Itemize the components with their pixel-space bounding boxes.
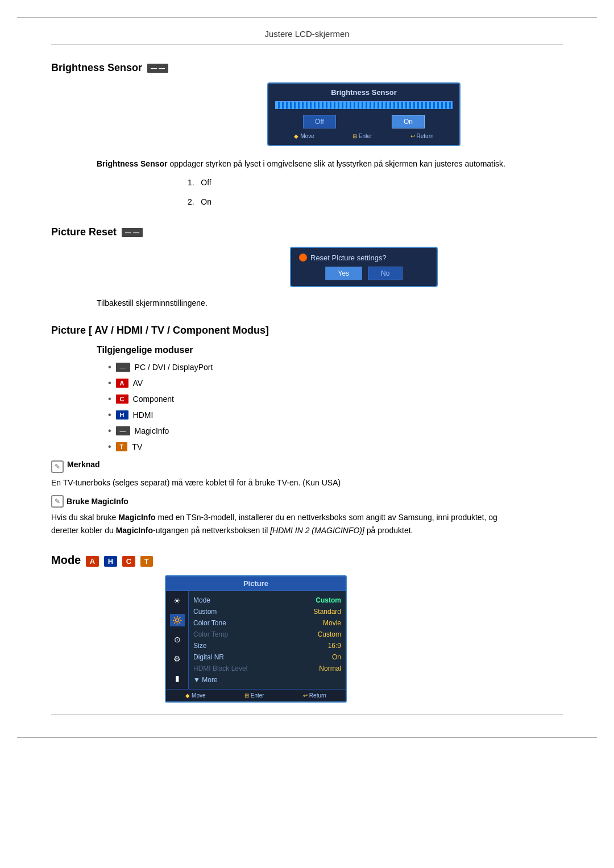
magicinfo-bold: MagicInfo <box>118 513 155 522</box>
mode-title: Mode A H C T <box>51 554 563 567</box>
badge-component: C <box>116 394 128 404</box>
badge-av: A <box>116 379 128 388</box>
osd-reset-question: Reset Picture settings? <box>310 254 387 262</box>
note-text: En TV-tunerboks (selges separat) må være… <box>51 476 506 489</box>
label-av: AV <box>133 379 143 388</box>
label-hdmi: HDMI <box>133 410 154 420</box>
osd-reset-yes[interactable]: Yes <box>325 267 363 280</box>
bullet-pc: • <box>108 362 111 372</box>
osd-row-digitalnr: Digital NR On <box>193 651 341 663</box>
picture-reset-title: Picture Reset — — <box>51 226 563 238</box>
mode-badge-h: H <box>104 556 117 567</box>
picture-reset-section: Picture Reset — — Reset Picture settings… <box>51 226 563 308</box>
osd-pic-nav-move: ◆ Move <box>185 692 205 699</box>
mode-badge-c: C <box>122 556 135 567</box>
osd-row-colortone-label: Color Tone <box>193 619 226 627</box>
pic-move-icon: ◆ <box>185 692 190 699</box>
osd-reset-container: Reset Picture settings? Yes No <box>165 247 563 287</box>
osd-row-size-label: Size <box>193 642 206 650</box>
bruke-icon: ✎ <box>51 495 64 508</box>
picture-reset-badge: — — <box>122 228 143 237</box>
label-pc: PC / DVI / DisplayPort <box>135 363 213 372</box>
av-section-title: Picture [ AV / HDMI / TV / Component Mod… <box>51 325 563 337</box>
mode-item-tv: • T TV <box>108 442 563 452</box>
osd-reset: Reset Picture settings? Yes No <box>290 247 438 287</box>
pic-enter-icon: ⊞ <box>244 692 249 699</box>
osd-icon-bar: ▮ <box>170 672 185 684</box>
osd-off-button[interactable]: Off <box>303 115 336 128</box>
bullet-av: • <box>108 378 111 388</box>
list-item-on: 2. On <box>188 195 563 209</box>
mode-badge-t: T <box>140 556 153 567</box>
badge-pc: — <box>116 363 130 372</box>
osd-row-mode: Mode Custom <box>193 595 341 606</box>
mode-item-magicinfo: • — MagicInfo <box>108 426 563 436</box>
osd-row-digitalnr-label: Digital NR <box>193 653 224 661</box>
circle-icon <box>299 254 307 261</box>
osd-on-button[interactable]: On <box>392 115 425 128</box>
move-icon: ◆ <box>294 133 298 139</box>
osd-row-more: ▼ More <box>193 674 341 686</box>
osd-progress-bar <box>275 101 453 109</box>
mode-item-pc: • — PC / DVI / DisplayPort <box>108 362 563 372</box>
osd-pic-nav-enter: ⊞ Enter <box>244 692 264 699</box>
label-tv: TV <box>132 442 142 451</box>
list-item-off: 1. Off <box>188 176 563 190</box>
bruke-title: Bruke MagicInfo <box>67 497 128 506</box>
osd-row-colortemp-label: Color Temp <box>193 630 228 638</box>
osd-reset-title-row: Reset Picture settings? <box>299 254 429 262</box>
badge-magicinfo: — <box>116 426 130 435</box>
mode-list: • — PC / DVI / DisplayPort • A AV • C Co… <box>108 362 563 452</box>
osd-picture-nav: ◆ Move ⊞ Enter ↩ Return <box>166 689 346 701</box>
mode-section: Mode A H C T Picture ☀ 🔆 ⊙ ⚙ ▮ <box>51 554 563 703</box>
label-component: Component <box>133 394 174 404</box>
osd-row-mode-value: Custom <box>316 596 341 604</box>
osd-row-hdmiblack: HDMI Black Level Normal <box>193 663 341 674</box>
osd-brightness-title: Brightness Sensor <box>275 88 453 97</box>
osd-pic-nav-return: ↩ Return <box>303 692 326 699</box>
brightness-sensor-bold: Brightness Sensor <box>97 159 167 168</box>
osd-nav-bar: ◆ Move ⊞ Enter ↩ Return <box>275 133 453 139</box>
osd-row-hdmiblack-label: HDMI Black Level <box>193 665 247 672</box>
osd-nav-move: ◆ Move <box>294 133 314 139</box>
note-icon: ✎ <box>51 460 64 473</box>
picture-reset-desc: Tilbakestill skjerminnstillingene. <box>97 298 563 308</box>
bruke-section: ✎ Bruke MagicInfo Hvis du skal bruke Mag… <box>51 495 563 537</box>
osd-icons-col: ☀ 🔆 ⊙ ⚙ ▮ <box>166 591 189 689</box>
av-section: Picture [ AV / HDMI / TV / Component Mod… <box>51 325 563 537</box>
osd-row-colortemp: Color Temp Custom <box>193 629 341 640</box>
osd-icon-brightness: 🔆 <box>170 614 185 626</box>
enter-icon: ⊞ <box>352 133 357 139</box>
hdmi-italic: [HDMI IN 2 (MAGICINFO)] <box>270 526 364 535</box>
bruke-title-row: ✎ Bruke MagicInfo <box>51 495 563 508</box>
osd-reset-no[interactable]: No <box>368 267 403 280</box>
osd-nav-return: ↩ Return <box>410 133 434 139</box>
mode-badge-a: A <box>86 556 99 567</box>
osd-nav-enter: ⊞ Enter <box>352 133 372 139</box>
osd-row-mode-label: Mode <box>193 596 210 604</box>
osd-icon-sun: ☀ <box>170 595 185 607</box>
osd-picture: Picture ☀ 🔆 ⊙ ⚙ ▮ Mode Custom <box>165 575 347 703</box>
osd-row-custom-value: Standard <box>313 608 341 616</box>
pic-return-icon: ↩ <box>303 692 308 699</box>
osd-icon-circle: ⊙ <box>170 633 185 646</box>
bullet-component: • <box>108 394 111 404</box>
brightness-sensor-section: Brightness Sensor — — Brightness Sensor … <box>51 62 563 209</box>
page-divider <box>51 714 563 715</box>
osd-buttons-row: Off On <box>275 115 453 128</box>
note-box: ✎ Merknad <box>51 460 563 473</box>
bullet-tv: • <box>108 442 111 452</box>
osd-row-colortone-value: Movie <box>323 619 341 627</box>
note-title: Merknad <box>67 460 100 469</box>
osd-row-size-value: 16:9 <box>328 642 341 650</box>
osd-row-colortone: Color Tone Movie <box>193 617 341 629</box>
page-title: Justere LCD-skjermen <box>264 29 349 39</box>
osd-row-size: Size 16:9 <box>193 640 341 651</box>
osd-progress-fill <box>276 102 452 109</box>
osd-reset-buttons: Yes No <box>299 267 429 280</box>
return-icon: ↩ <box>410 133 415 139</box>
osd-row-hdmiblack-value: Normal <box>319 665 341 672</box>
brightness-sensor-title: Brightness Sensor — — <box>51 62 563 74</box>
osd-rows-col: Mode Custom Custom Standard Color Tone M… <box>189 591 346 689</box>
osd-row-custom-label: Custom <box>193 608 217 616</box>
